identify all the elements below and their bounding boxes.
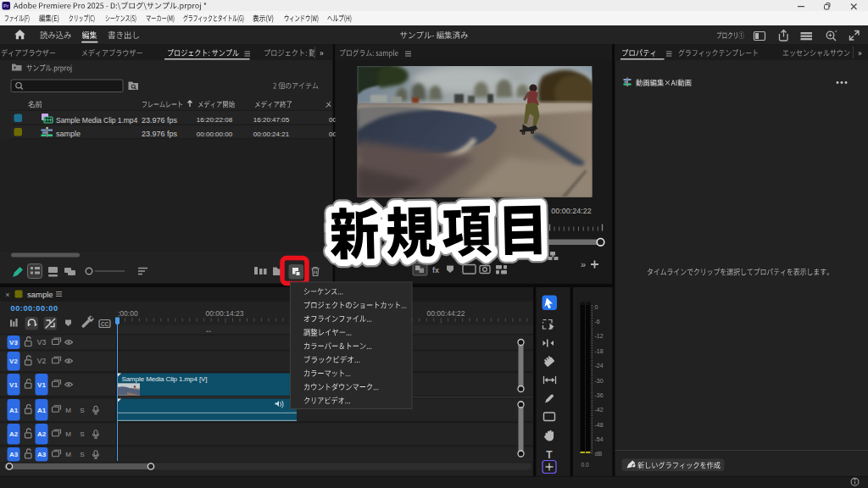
svg-text:-54: -54 — [595, 436, 604, 442]
svg-text:V3: V3 — [37, 338, 47, 347]
svg-text:Sample Media Clip 1.mp4 [V]: Sample Media Clip 1.mp4 [V] — [122, 375, 208, 383]
svg-text:-42: -42 — [595, 407, 604, 413]
svg-text:00:00:44:22: 00:00:44:22 — [427, 309, 465, 318]
svg-text:-6: -6 — [595, 319, 600, 324]
svg-text:dB: dB — [595, 451, 603, 457]
svg-text:00:00:24:22: 00:00:24:22 — [551, 207, 592, 215]
svg-text:23.976 fps: 23.976 fps — [142, 116, 178, 125]
svg-text:A1: A1 — [9, 407, 19, 414]
svg-text:A3: A3 — [9, 451, 19, 458]
svg-text:16:20:47:05: 16:20:47:05 — [253, 116, 290, 124]
svg-text:CC: CC — [101, 321, 109, 327]
svg-text:-48: -48 — [595, 422, 604, 428]
svg-text:Pr: Pr — [3, 3, 9, 8]
svg-text:V2: V2 — [37, 357, 47, 365]
svg-text:S: S — [80, 407, 84, 414]
svg-text:S: S — [80, 451, 84, 458]
svg-text:-24: -24 — [595, 363, 604, 369]
svg-text:00:00:00:00: 00:00:00:00 — [197, 130, 233, 138]
svg-text:A2: A2 — [37, 430, 47, 438]
svg-text:A3: A3 — [37, 451, 47, 458]
svg-text:-30: -30 — [595, 378, 604, 384]
svg-text:23.976 fps: 23.976 fps — [142, 130, 178, 138]
svg-text:00:00:00:00: 00:00:00:00 — [11, 304, 58, 313]
svg-text:00:00:14:23: 00:00:14:23 — [206, 309, 244, 318]
svg-text:sample: sample — [56, 130, 81, 138]
svg-text:00:00:24:21: 00:00:24:21 — [253, 130, 290, 138]
svg-text:16:20:22:08: 16:20:22:08 — [197, 116, 233, 124]
svg-text:A2: A2 — [9, 430, 19, 438]
svg-text:S: S — [80, 430, 84, 438]
svg-text:sample: sample — [27, 290, 53, 299]
svg-text:×: × — [5, 291, 9, 299]
svg-text:T: T — [546, 449, 553, 461]
svg-text:0.0: 0.0 — [581, 462, 588, 468]
svg-text:Sample Media Clip 1.mp4: Sample Media Clip 1.mp4 — [56, 116, 137, 125]
svg-text:M: M — [65, 430, 71, 438]
svg-text:M: M — [65, 407, 71, 414]
svg-text:V3: V3 — [9, 339, 18, 347]
svg-text::00:00: :00:00 — [118, 309, 138, 318]
svg-text:A1: A1 — [37, 407, 47, 414]
svg-text:V1: V1 — [9, 381, 18, 389]
svg-text:-18: -18 — [595, 348, 604, 354]
svg-text:M: M — [65, 451, 71, 458]
svg-text:fx: fx — [432, 266, 439, 274]
svg-text:V1: V1 — [37, 381, 46, 389]
svg-text:»: » — [581, 259, 586, 269]
svg-text:V2: V2 — [9, 358, 18, 365]
svg-text:-12: -12 — [595, 333, 604, 339]
svg-text:0: 0 — [595, 304, 598, 310]
svg-text:-36: -36 — [595, 392, 604, 398]
